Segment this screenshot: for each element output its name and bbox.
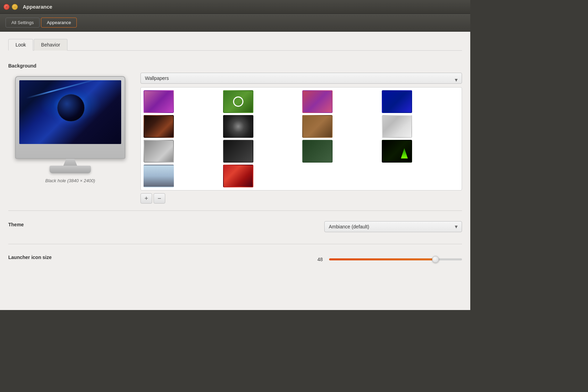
wallpaper-thumb-6[interactable] [223,115,253,138]
window-title: Appearance [23,4,52,10]
wallpaper-thumb-1[interactable] [144,90,174,113]
launcher-label: Launcher icon size [8,255,52,260]
background-section: Background Black hole (3840 × 2400) [8,58,462,211]
remove-wallpaper-button[interactable]: − [154,193,165,204]
wallpaper-grid [144,90,459,187]
theme-select[interactable]: Ambiance (default) Radiance High Contras… [324,221,462,232]
tabs: Look Behavior [8,39,462,51]
launcher-slider-track [329,258,462,260]
launcher-section: Launcher icon size 48 [8,244,462,276]
background-label: Background [8,63,462,69]
wallpaper-thumb-11[interactable] [302,140,333,163]
wallpaper-thumb-9[interactable] [144,140,174,163]
monitor-stand-base [50,166,91,173]
wallpaper-thumb-10[interactable] [223,140,253,163]
window-controls: × − [3,4,18,10]
monitor-screen [19,80,121,144]
wallpaper-thumb-3[interactable] [302,90,333,113]
launcher-slider-wrapper: 48 [317,257,462,262]
theme-row: Theme Ambiance (default) Radiance High C… [8,216,462,237]
wallpaper-grid-container [140,87,462,190]
wallpaper-thumb-7[interactable] [302,115,333,138]
launcher-row: Launcher icon size 48 [8,250,462,269]
wallpaper-actions: + − [140,193,462,204]
close-icon: × [6,5,7,9]
background-content: Black hole (3840 × 2400) Wallpapers Colo… [8,73,462,204]
wallpaper-thumb-4[interactable] [382,90,412,113]
wallpaper-thumb-2[interactable] [223,90,253,113]
wallpaper-caption: Black hole (3840 × 2400) [45,178,95,183]
wallpaper-type-select[interactable]: Wallpapers Colors No wallpaper [140,73,462,84]
navbar: All Settings Appearance [0,14,470,32]
minimize-icon: − [14,5,15,9]
monitor-frame [15,76,125,159]
wallpaper-thumb-12[interactable] [382,140,412,163]
theme-section: Theme Ambiance (default) Radiance High C… [8,211,462,244]
wallpaper-thumb-5[interactable] [144,115,174,138]
screen-orb [57,94,85,122]
wallpaper-thumb-14[interactable] [223,165,253,187]
monitor-stand-neck [63,159,77,166]
main-content: Look Behavior Background Black hole (384 [0,32,470,310]
launcher-icon-size-value: 48 [317,257,326,262]
launcher-slider-thumb [432,256,439,263]
tab-look[interactable]: Look [8,39,33,51]
close-button[interactable]: × [3,4,10,10]
minimize-button[interactable]: − [12,4,18,10]
theme-dropdown-wrapper: Ambiance (default) Radiance High Contras… [324,221,462,232]
wallpaper-panel: Wallpapers Colors No wallpaper ▼ [140,73,462,204]
all-settings-button[interactable]: All Settings [6,18,40,28]
wallpaper-thumb-13[interactable] [144,165,174,187]
titlebar: × − Appearance [0,0,470,14]
theme-label: Theme [8,222,24,227]
appearance-nav-button[interactable]: Appearance [41,18,77,28]
wallpaper-dropdown-wrapper: Wallpapers Colors No wallpaper ▼ [140,73,462,87]
wallpaper-thumb-8[interactable] [382,115,412,138]
monitor-preview: Black hole (3840 × 2400) [8,73,132,190]
add-wallpaper-button[interactable]: + [140,193,152,204]
tab-behavior[interactable]: Behavior [34,39,67,51]
